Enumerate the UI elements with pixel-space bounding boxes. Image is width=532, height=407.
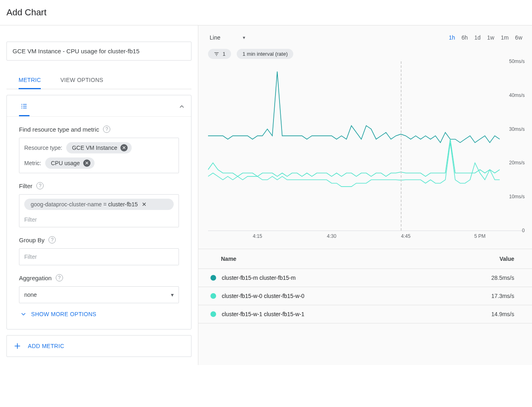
y-tick-label: 0	[522, 228, 525, 233]
show-more-label: SHOW MORE OPTIONS	[31, 311, 96, 317]
legend-value-header: Value	[499, 256, 514, 262]
timerange-6h[interactable]: 6h	[462, 34, 468, 41]
metric-chip[interactable]: CPU usage ✕	[45, 157, 95, 169]
timerange-1h[interactable]: 1h	[449, 34, 455, 41]
config-panel: METRIC VIEW OPTIONS	[0, 25, 198, 365]
y-tick-label: 20ms/s	[509, 160, 525, 166]
legend-row-value: 17.3ms/s	[491, 293, 514, 299]
resource-type-label: Resource type:	[24, 145, 62, 151]
tab-metric[interactable]: METRIC	[19, 72, 41, 89]
metric-label: Metric:	[24, 160, 41, 166]
chart-plot[interactable]: 010ms/s20ms/s30ms/s40ms/s50ms/s	[208, 61, 522, 231]
x-tick-label: 4:30	[327, 233, 336, 239]
filter-chip-value: cluster-fb15	[108, 201, 138, 208]
y-tick-label: 40ms/s	[509, 92, 525, 98]
chevron-up-icon[interactable]	[178, 103, 185, 112]
timerange-1m[interactable]: 1m	[501, 34, 509, 41]
legend-row-value: 14.9ms/s	[491, 311, 514, 317]
y-tick-label: 50ms/s	[509, 59, 525, 64]
preview-panel: Line ▾ 1h6h1d1w1m6w 1 1 min interval (ra…	[198, 25, 532, 365]
legend-row-value: 28.5ms/s	[491, 275, 514, 281]
timerange-1d[interactable]: 1d	[474, 34, 481, 41]
filter-input[interactable]	[24, 216, 174, 223]
plus-icon	[13, 342, 21, 350]
show-more-options-button[interactable]: SHOW MORE OPTIONS	[19, 303, 179, 320]
resource-type-chip-text: GCE VM Instance	[72, 145, 117, 151]
page-title: Add Chart	[0, 0, 532, 25]
legend-row-name: cluster-fb15-w-1 cluster-fb15-w-1	[222, 311, 491, 317]
resource-metric-box: Resource type: GCE VM Instance ✕ Metric:…	[19, 138, 179, 173]
legend-row-name: cluster-fb15-m cluster-fb15-m	[222, 275, 491, 281]
aggregation-select[interactable]: none ▾	[19, 286, 179, 303]
add-metric-label: ADD METRIC	[28, 343, 64, 349]
help-icon[interactable]: ?	[48, 236, 56, 243]
x-tick-label: 5 PM	[474, 233, 486, 239]
legend-color-dot	[210, 311, 216, 317]
filter-label: Filter	[19, 183, 32, 189]
add-metric-button[interactable]: ADD METRIC	[6, 335, 191, 357]
legend-table: Name Value cluster-fb15-m cluster-fb15-m…	[198, 249, 532, 323]
chart-type-value: Line	[210, 34, 220, 41]
x-tick-label: 4:45	[401, 233, 410, 239]
legend-row[interactable]: cluster-fb15-w-1 cluster-fb15-w-114.9ms/…	[198, 305, 532, 323]
resource-type-chip[interactable]: GCE VM Instance ✕	[66, 142, 132, 153]
x-tick-label: 4:15	[253, 233, 262, 239]
metric-chip-text: CPU usage	[51, 160, 80, 166]
metric-card: Find resource type and metric ? Resource…	[6, 95, 191, 329]
time-range-picker: 1h6h1d1w1m6w	[449, 34, 522, 41]
legend-row[interactable]: cluster-fb15-w-0 cluster-fb15-w-017.3ms/…	[198, 287, 532, 305]
help-icon[interactable]: ?	[36, 182, 44, 189]
interval-pill[interactable]: 1 min interval (rate)	[237, 49, 293, 59]
help-icon[interactable]: ?	[103, 126, 110, 133]
close-icon[interactable]: ✕	[142, 201, 147, 208]
groupby-input[interactable]	[19, 248, 179, 265]
config-tabs: METRIC VIEW OPTIONS	[6, 72, 191, 89]
legend-color-dot	[210, 293, 216, 299]
close-icon[interactable]: ✕	[120, 144, 128, 151]
filter-icon	[214, 51, 219, 57]
legend-name-header: Name	[221, 256, 499, 262]
y-tick-label: 30ms/s	[509, 126, 525, 132]
list-icon[interactable]	[19, 99, 29, 116]
timerange-6w[interactable]: 6w	[515, 34, 522, 41]
chart-title-input[interactable]	[6, 42, 191, 61]
legend-row-name: cluster-fb15-w-0 cluster-fb15-w-0	[222, 293, 491, 299]
legend-row[interactable]: cluster-fb15-m cluster-fb15-m28.5ms/s	[198, 269, 532, 287]
filter-chip-key: goog-dataproc-cluster-name =	[31, 201, 108, 208]
chevron-down-icon	[20, 310, 27, 318]
legend-color-dot	[210, 275, 216, 281]
filter-chip[interactable]: goog-dataproc-cluster-name = cluster-fb1…	[24, 199, 174, 210]
caret-down-icon: ▾	[243, 35, 245, 40]
groupby-label: Group By	[19, 237, 44, 243]
cursor-line	[401, 61, 402, 231]
aggregation-label: Aggregation	[19, 275, 52, 281]
interval-text: 1 min interval (rate)	[242, 51, 288, 57]
caret-down-icon: ▾	[171, 292, 174, 298]
tab-view-options[interactable]: VIEW OPTIONS	[60, 72, 103, 89]
timerange-1w[interactable]: 1w	[487, 34, 494, 41]
y-tick-label: 10ms/s	[509, 194, 525, 199]
aggregation-value: none	[24, 292, 37, 298]
help-icon[interactable]: ?	[56, 274, 63, 281]
chart-type-select[interactable]: Line ▾	[210, 34, 245, 41]
filter-count-pill[interactable]: 1	[208, 49, 231, 59]
find-metric-label: Find resource type and metric	[19, 126, 99, 133]
filter-count-text: 1	[223, 51, 225, 57]
close-icon[interactable]: ✕	[83, 159, 90, 167]
